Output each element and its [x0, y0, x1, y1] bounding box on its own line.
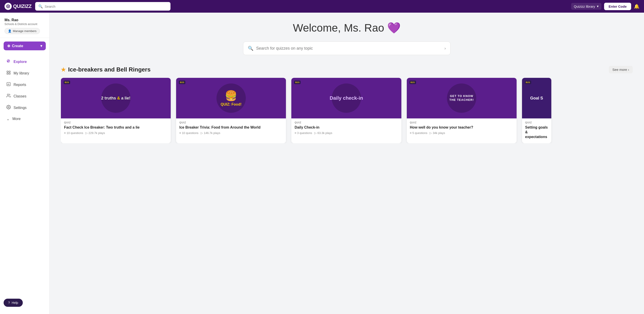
- manage-members-button[interactable]: 👤 Manage members: [4, 28, 40, 34]
- user-name: Ms. Rao: [4, 18, 45, 22]
- sidebar-item-label-settings: Settings: [14, 106, 26, 110]
- welcome-heading: Welcome, Ms. Rao 💜: [61, 22, 633, 34]
- b2s-badge-teacher: B2S: [410, 80, 416, 84]
- quiz-card-teacher: B2S Get to knowTHE TEACHER! QUIZ How wel…: [407, 78, 516, 143]
- card-type-truths: QUIZ: [64, 121, 168, 124]
- card-info-goal: QUIZ Setting goals & expectations: [522, 118, 551, 143]
- plays-meta-truths: ▷ 229.7k plays: [86, 131, 105, 135]
- thumbnail-content-teacher: Get to knowTHE TEACHER!: [450, 94, 474, 102]
- plays-meta-checkin: ▷ 63.3k plays: [314, 131, 332, 135]
- plus-icon: ⊕: [7, 44, 10, 48]
- questions-meta-truths: ≡ 10 questions: [64, 131, 83, 135]
- svg-rect-6: [7, 73, 8, 74]
- logo[interactable]: QUIZIZZ: [4, 3, 32, 10]
- user-account-type: Schools & Districts account: [4, 22, 45, 26]
- main-search-input[interactable]: [256, 46, 442, 51]
- sidebar-item-settings[interactable]: Settings: [2, 102, 48, 113]
- svg-point-2: [8, 6, 8, 7]
- sidebar: Ms. Rao Schools & Districts account 👤 Ma…: [0, 13, 50, 314]
- see-more-button[interactable]: See more ›: [609, 66, 633, 73]
- questions-meta-teacher: ≡ 5 questions: [410, 131, 428, 135]
- top-navigation: QUIZIZZ 🔍 Quizizz library ▾ Enter Code 🔔: [0, 0, 644, 13]
- sidebar-item-more[interactable]: ⌄ More: [2, 114, 48, 124]
- logo-icon: [4, 3, 12, 10]
- card-thumbnail-truths[interactable]: B2S 2 truths & a lie!: [61, 78, 171, 118]
- sidebar-item-explore[interactable]: Explore: [2, 56, 48, 67]
- library-selector[interactable]: Quizizz library ▾: [571, 3, 602, 10]
- card-title-goal: Setting goals & expectations: [525, 125, 548, 139]
- plays-meta-food: ▷ 146.7k plays: [201, 131, 220, 135]
- card-info-checkin: QUIZ Daily Check-in ≡ 3 questions ▷ 63.3…: [291, 118, 401, 138]
- library-icon: [6, 70, 11, 76]
- card-type-checkin: QUIZ: [294, 121, 398, 124]
- library-label: Quizizz library: [574, 4, 595, 8]
- top-search-bar[interactable]: 🔍: [35, 2, 170, 10]
- card-info-truths: QUIZ Fact Check Ice Breaker: Two truths …: [61, 118, 171, 138]
- card-meta-food: ≡ 10 questions ▷ 146.7k plays: [179, 131, 283, 135]
- main-search-icon: 🔍: [248, 46, 254, 51]
- card-thumbnail-food[interactable]: B2S 🍔 QUIZ: Food!: [176, 78, 286, 118]
- top-search-input[interactable]: [45, 4, 167, 8]
- sidebar-item-label-explore: Explore: [14, 60, 27, 64]
- sidebar-item-label-reports: Reports: [14, 83, 26, 87]
- section-header-icebreakers: ★ Ice-breakers and Bell Ringers See more…: [61, 66, 633, 73]
- card-thumbnail-teacher[interactable]: B2S Get to knowTHE TEACHER!: [407, 78, 516, 118]
- chevron-down-more-icon: ⌄: [6, 116, 10, 121]
- cards-row: B2S 2 truths & a lie! QUIZ Fact Check Ic…: [61, 78, 633, 143]
- search-arrow-icon: ›: [444, 46, 446, 51]
- nav-right-section: Quizizz library ▾ Enter Code 🔔: [571, 3, 640, 10]
- thumbnail-content-checkin: Daily check-in: [330, 95, 363, 101]
- plays-meta-teacher: ▷ 34k plays: [430, 131, 445, 135]
- notification-icon[interactable]: 🔔: [634, 4, 640, 9]
- sidebar-nav: Explore My library Re: [0, 54, 50, 295]
- settings-icon: [6, 105, 11, 110]
- help-button[interactable]: ? Help: [4, 299, 23, 307]
- card-meta-checkin: ≡ 3 questions ▷ 63.3k plays: [294, 131, 398, 135]
- thumbnail-content-truths: 2 truths & a lie!: [101, 96, 130, 100]
- main-search-bar[interactable]: 🔍 ›: [243, 42, 450, 55]
- card-title-truths: Fact Check Ice Breaker: Two truths and a…: [64, 125, 168, 130]
- card-type-food: QUIZ: [179, 121, 283, 124]
- b2s-badge-food: B2S: [179, 80, 185, 84]
- person-icon: 👤: [8, 29, 12, 33]
- card-info-teacher: QUIZ How well do you know your teacher? …: [407, 118, 516, 138]
- sidebar-item-label-more: More: [12, 117, 20, 121]
- section-title-text: Ice-breakers and Bell Ringers: [68, 66, 151, 73]
- card-title-teacher: How well do you know your teacher?: [410, 125, 514, 130]
- create-button[interactable]: ⊕ Create ▾: [4, 42, 46, 50]
- explore-icon: [6, 59, 11, 64]
- section-title-icebreakers: ★ Ice-breakers and Bell Ringers: [61, 66, 151, 73]
- reports-icon: [6, 82, 11, 88]
- card-info-food: QUIZ Ice Breaker Trivia: Food from Aroun…: [176, 118, 286, 138]
- questions-meta-food: ≡ 10 questions: [179, 131, 198, 135]
- main-layout: Ms. Rao Schools & Districts account 👤 Ma…: [0, 13, 644, 314]
- b2s-badge-checkin: B2S: [294, 80, 300, 84]
- enter-code-button[interactable]: Enter Code: [604, 3, 631, 10]
- chevron-down-icon: ▾: [597, 4, 599, 8]
- thumbnail-content-goal: Goal S: [530, 96, 543, 100]
- svg-rect-4: [7, 71, 8, 72]
- card-type-goal: QUIZ: [525, 121, 548, 124]
- svg-rect-5: [9, 71, 10, 72]
- search-icon: 🔍: [38, 4, 43, 8]
- sidebar-item-my-library[interactable]: My library: [2, 68, 48, 79]
- food-emoji: 🍔: [221, 90, 242, 102]
- card-thumbnail-goal[interactable]: B2S Goal S: [522, 78, 551, 118]
- quiz-card-truths: B2S 2 truths & a lie! QUIZ Fact Check Ic…: [61, 78, 171, 143]
- sidebar-item-classes[interactable]: Classes: [2, 91, 48, 102]
- help-circle-icon: ?: [8, 301, 10, 304]
- quiz-card-checkin: B2S Daily check-in QUIZ Daily Check-in ≡…: [291, 78, 401, 143]
- sidebar-item-reports[interactable]: Reports: [2, 79, 48, 90]
- quiz-card-food: B2S 🍔 QUIZ: Food! QUIZ Ice Breaker Trivi…: [176, 78, 286, 143]
- b2s-badge-goal: B2S: [525, 80, 531, 84]
- card-title-food: Ice Breaker Trivia: Food from Around the…: [179, 125, 283, 130]
- b2s-badge: B2S: [64, 80, 70, 84]
- classes-icon: [6, 94, 11, 99]
- card-meta-teacher: ≡ 5 questions ▷ 34k plays: [410, 131, 514, 135]
- user-section: Ms. Rao Schools & Districts account 👤 Ma…: [0, 16, 50, 38]
- quiz-card-goal: B2S Goal S QUIZ Setting goals & expectat…: [522, 78, 551, 143]
- card-thumbnail-checkin[interactable]: B2S Daily check-in: [291, 78, 401, 118]
- svg-point-12: [7, 94, 9, 96]
- card-title-checkin: Daily Check-in: [294, 125, 398, 130]
- thumbnail-content-food: 🍔 QUIZ: Food!: [221, 90, 242, 106]
